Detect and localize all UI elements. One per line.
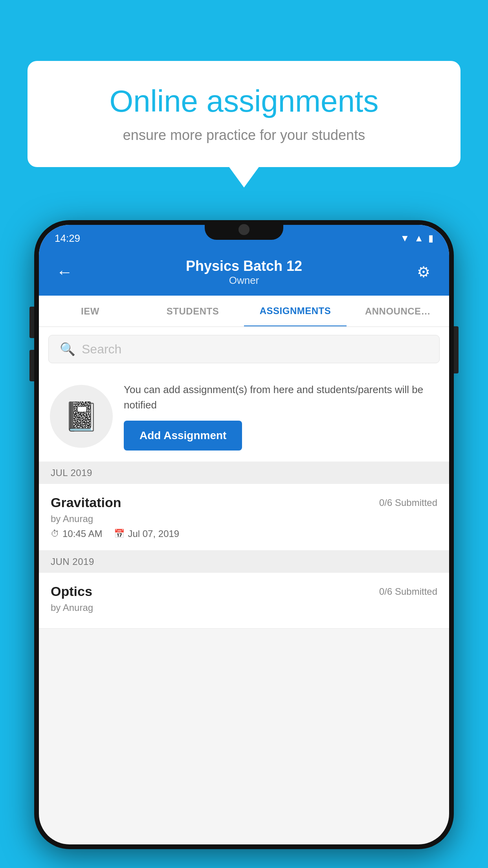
search-bar[interactable]: 🔍 Search [48,335,440,363]
settings-button[interactable]: ⚙ [410,263,437,281]
assignment-meta-gravitation: ⏱ 10:45 AM 📅 Jul 07, 2019 [51,528,437,539]
phone-button-power [454,326,459,373]
tab-students[interactable]: STUDENTS [141,296,244,327]
phone-button-volume-down [29,350,34,381]
phone-wrap: 14:29 ▼ ▲ ▮ ← Physics Batch 12 Owner ⚙ I… [34,220,454,849]
battery-icon: ▮ [428,233,433,244]
assignment-name-optics: Optics [51,584,92,599]
phone-notch [205,220,283,240]
search-bar-wrap: 🔍 Search [39,327,449,371]
app-bar-title-wrap: Physics Batch 12 Owner [78,257,410,287]
clock-icon: ⏱ [51,529,59,539]
phone-button-volume-up [29,307,34,338]
assignment-by-gravitation: by Anurag [51,513,437,524]
assignment-top: Gravitation 0/6 Submitted [51,495,437,510]
notebook-icon: 📓 [64,400,99,433]
search-placeholder: Search [82,342,121,357]
assignment-name-gravitation: Gravitation [51,495,121,510]
phone-screen: 14:29 ▼ ▲ ▮ ← Physics Batch 12 Owner ⚙ I… [39,225,449,844]
tab-iew[interactable]: IEW [39,296,141,327]
status-icons: ▼ ▲ ▮ [400,233,433,244]
add-assignment-button[interactable]: Add Assignment [124,421,242,451]
app-bar: ← Physics Batch 12 Owner ⚙ [39,248,449,296]
tabs-bar: IEW STUDENTS ASSIGNMENTS ANNOUNCE… [39,296,449,327]
calendar-icon: 📅 [114,529,125,539]
assignment-submitted-optics: 0/6 Submitted [379,586,437,597]
phone-camera [238,224,250,235]
speech-bubble: Online assignments ensure more practice … [28,61,460,167]
wifi-icon: ▼ [400,233,409,244]
assignment-top-optics: Optics 0/6 Submitted [51,584,437,599]
app-bar-subtitle: Owner [78,274,410,287]
status-time: 14:29 [55,232,80,245]
section-header-jun: JUN 2019 [39,551,449,573]
assignment-date-value: Jul 07, 2019 [128,528,179,539]
promo-right: You can add assignment(s) from here and … [124,382,438,451]
promo-description: You can add assignment(s) from here and … [124,382,438,413]
assignment-item-optics[interactable]: Optics 0/6 Submitted by Anurag [39,573,449,629]
bubble-title: Online assignments [55,85,433,118]
promo-icon-circle: 📓 [50,385,113,448]
bubble-subtitle: ensure more practice for your students [55,127,433,143]
assignment-date-gravitation: 📅 Jul 07, 2019 [114,528,179,539]
search-icon: 🔍 [60,342,75,357]
assignment-promo: 📓 You can add assignment(s) from here an… [39,371,449,462]
assignment-by-optics: by Anurag [51,602,437,613]
tab-announcements[interactable]: ANNOUNCE… [347,296,449,327]
section-header-jul: JUL 2019 [39,462,449,484]
tab-assignments[interactable]: ASSIGNMENTS [244,296,347,327]
phone-outer: 14:29 ▼ ▲ ▮ ← Physics Batch 12 Owner ⚙ I… [34,220,454,849]
assignment-submitted-gravitation: 0/6 Submitted [379,497,437,508]
assignment-item-gravitation[interactable]: Gravitation 0/6 Submitted by Anurag ⏱ 10… [39,484,449,551]
speech-bubble-container: Online assignments ensure more practice … [28,61,460,167]
assignment-time-value: 10:45 AM [62,528,102,539]
assignment-time-gravitation: ⏱ 10:45 AM [51,528,102,539]
signal-icon: ▲ [414,233,424,244]
back-button[interactable]: ← [51,263,78,281]
app-bar-title: Physics Batch 12 [78,257,410,274]
